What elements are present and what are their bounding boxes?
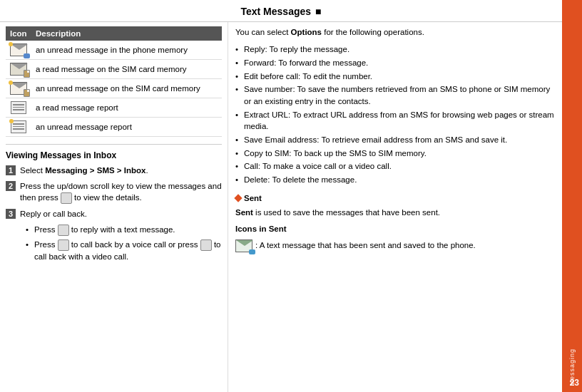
icons-in-sent-label: Icons in Sent bbox=[235, 223, 555, 235]
page-number: 23 bbox=[570, 378, 579, 388]
list-item: Delete: To delete the message. bbox=[235, 173, 555, 187]
options-bold: Options bbox=[291, 28, 322, 36]
call-button bbox=[58, 239, 69, 251]
phone-unread-icon bbox=[10, 43, 27, 56]
step-num-1: 1 bbox=[6, 165, 16, 175]
left-panel: Icon Description bbox=[0, 22, 228, 392]
main-content: Text Messages ■ Icon Description bbox=[0, 0, 562, 392]
list-item: Save number: To save the numbers retriev… bbox=[235, 83, 555, 108]
step-content-3: Reply or call back. Press to reply with … bbox=[20, 208, 222, 264]
list-item: Call: To make a voice call or a video ca… bbox=[235, 160, 555, 173]
scroll-button bbox=[61, 192, 72, 204]
list-item: Forward: To forward the message. bbox=[235, 56, 555, 70]
step-num-3: 3 bbox=[6, 209, 16, 219]
sent-msg-icon bbox=[235, 239, 252, 252]
step-content-2: Press the up/down scroll key to view the… bbox=[20, 180, 222, 204]
content-area: Icon Description bbox=[0, 22, 562, 392]
page-header: Text Messages ■ bbox=[0, 0, 562, 22]
list-item: Reply: To reply the message. bbox=[235, 43, 555, 56]
sim-unread-icon bbox=[10, 82, 27, 95]
divider bbox=[6, 144, 222, 145]
reply-button bbox=[58, 225, 69, 236]
icon-cell bbox=[6, 118, 31, 137]
header-title: Text Messages bbox=[240, 6, 311, 17]
options-list: Reply: To reply the message. Forward: To… bbox=[235, 43, 555, 186]
right-panel: You can select Options for the following… bbox=[228, 22, 562, 392]
step-2: 2 Press the up/down scroll key to view t… bbox=[6, 180, 222, 204]
step1-bold: Messaging > SMS > Inbox bbox=[45, 166, 146, 175]
list-item: Press to reply with a text message. bbox=[26, 222, 222, 237]
header-icon: ■ bbox=[315, 6, 321, 17]
list-item: Copy to SIM: To back up the SMS to SIM m… bbox=[235, 147, 555, 160]
list-item: Save Email address: To retrieve email ad… bbox=[235, 133, 555, 147]
sent-section: Sent Sent is used to save the messages t… bbox=[235, 192, 555, 253]
icon-cell bbox=[6, 79, 31, 98]
report-unread-icon bbox=[11, 120, 26, 133]
col-icon: Icon bbox=[6, 26, 31, 41]
icon-cell bbox=[6, 60, 31, 79]
intro-text: You can select Options for the following… bbox=[235, 26, 555, 38]
icon-cell bbox=[6, 41, 31, 60]
table-row: a read message report bbox=[6, 98, 222, 118]
row-desc: a read message on the SIM card memory bbox=[31, 60, 222, 79]
list-item: Press to call back by a voice call or pr… bbox=[26, 237, 222, 264]
step-content-1: Select Messaging > SMS > Inbox. bbox=[20, 165, 222, 176]
viewing-title: Viewing Messages in Inbox bbox=[6, 150, 222, 160]
table-row: an unread message in the phone memory bbox=[6, 41, 222, 60]
step-1: 1 Select Messaging > SMS > Inbox. bbox=[6, 165, 222, 176]
page-sidebar: Messaging 23 bbox=[562, 0, 582, 392]
table-row: an unread message report bbox=[6, 118, 222, 137]
row-desc: an unread message on the SIM card memory bbox=[31, 79, 222, 98]
list-item: Edit before call: To edit the number. bbox=[235, 70, 555, 83]
diamond-icon bbox=[234, 195, 242, 202]
row-desc: an unread message in the phone memory bbox=[31, 41, 222, 60]
sent-description: Sent is used to save the messages that h… bbox=[235, 207, 555, 219]
list-item: Extract URL: To extract URL address from… bbox=[235, 108, 555, 133]
row-desc: a read message report bbox=[31, 98, 222, 118]
table-row: an unread message on the SIM card memory bbox=[6, 79, 222, 98]
report-read-icon bbox=[11, 101, 26, 114]
sent-icon-desc: : A text message that has been sent and … bbox=[255, 239, 476, 252]
row-desc: an unread message report bbox=[31, 118, 222, 137]
sim-read-icon bbox=[10, 63, 27, 76]
icon-table: Icon Description bbox=[6, 26, 222, 137]
step-3: 3 Reply or call back. Press to reply wit… bbox=[6, 208, 222, 264]
icon-cell bbox=[6, 98, 31, 118]
table-row: a read message on the SIM card memory bbox=[6, 60, 222, 79]
step3-bullets: Press to reply with a text message. Pres… bbox=[26, 222, 222, 264]
video-button bbox=[200, 239, 212, 251]
sent-title: Sent bbox=[244, 192, 262, 205]
col-desc: Description bbox=[31, 26, 222, 41]
sent-bold: Sent bbox=[235, 208, 253, 217]
step-num-2: 2 bbox=[6, 181, 16, 191]
sent-icon-row: : A text message that has been sent and … bbox=[235, 239, 555, 252]
sent-header: Sent bbox=[235, 192, 555, 205]
